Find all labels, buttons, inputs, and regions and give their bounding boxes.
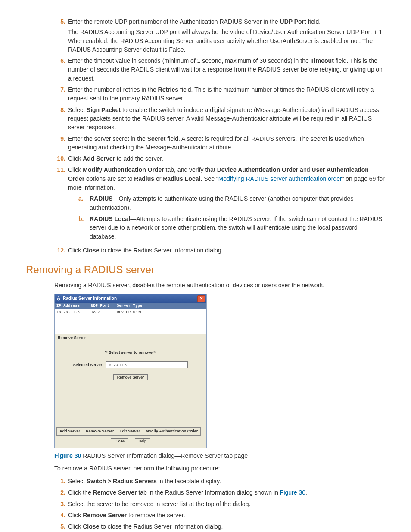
- menu-path: Switch > Radius Servers: [87, 478, 157, 485]
- step2-2: 2. Click the Remove Server tab in the Ra…: [54, 488, 385, 497]
- selected-server-field[interactable]: 10.20.11.8: [106, 361, 188, 368]
- procedure-list-1: 5. Enter the remote UDP port number of t…: [54, 17, 385, 255]
- step-number: 5.: [54, 17, 68, 54]
- text: Click: [68, 166, 83, 173]
- inner-tabstrip: Remove Server: [55, 334, 206, 342]
- close-button[interactable]: Close: [111, 438, 128, 444]
- figure-label: Figure 30: [54, 452, 81, 459]
- udp-port-label: UDP Port: [280, 18, 306, 25]
- retries-label: Retries: [158, 86, 178, 93]
- cell-port: 1812: [91, 310, 117, 315]
- text: elp: [141, 439, 146, 443]
- step-10: 10. Click Add Server to add the server.: [54, 154, 385, 163]
- substep-a: a. RADIUS—Only attempts to authenticate …: [78, 194, 385, 212]
- step-number: 9.: [54, 134, 68, 152]
- java-icon: [56, 296, 61, 301]
- tab-edit-server[interactable]: Edit Server: [117, 427, 143, 436]
- step-body: Enter the timeout value in seconds (mini…: [68, 56, 385, 83]
- step-body: Click Add Server to add the server.: [68, 154, 385, 163]
- step2-4: 4. Click Remove Server to remove the ser…: [54, 511, 385, 520]
- step-body: Click Modify Authentication Order tab, a…: [68, 165, 385, 243]
- tab-modify-auth-order[interactable]: Modify Authentication Order: [143, 427, 201, 436]
- text: Click: [68, 247, 83, 254]
- dialog-titlebar: Radius Server Information ✕: [55, 294, 206, 303]
- step-7: 7. Enter the number of retries in the Re…: [54, 85, 385, 103]
- step-8: 8. Select Sign Packet to enable the swit…: [54, 106, 385, 132]
- server-table-row[interactable]: 10.20.11.8 1812 Device User: [55, 309, 206, 316]
- step-11: 11. Click Modify Authentication Order ta…: [54, 165, 385, 243]
- sign-packet-label: Sign Packet: [87, 106, 121, 113]
- step-body: Select the server to be removed in serve…: [68, 500, 385, 508]
- step-6: 6. Enter the timeout value in seconds (m…: [54, 56, 385, 83]
- step-12: 12. Click Close to close the Radius Serv…: [54, 246, 385, 255]
- text: in the faceplate display.: [157, 478, 221, 485]
- text: to close the Radius Server Information d…: [99, 247, 223, 254]
- step-number: 3.: [54, 500, 68, 508]
- substep-body: RADIUS Local—Attempts to authenticate us…: [90, 215, 385, 241]
- text: Click: [68, 523, 83, 530]
- radius-server-dialog: Radius Server Information ✕ IP Address U…: [54, 294, 207, 448]
- figure-link[interactable]: Figure 30: [280, 489, 305, 496]
- text: —Only attempts to authenticate using the…: [90, 195, 353, 211]
- step-body: Select Switch > Radius Servers in the fa…: [68, 477, 385, 485]
- text: Select: [68, 478, 87, 485]
- step-body: Select Sign Packet to enable the switch …: [68, 106, 385, 132]
- step-number: 5.: [54, 522, 68, 531]
- text: Click the: [68, 489, 93, 496]
- text: to add the server.: [115, 155, 163, 162]
- remove-server-label: Remove Server: [93, 489, 137, 496]
- step2-5: 5. Click Close to close the Radius Serve…: [54, 522, 385, 531]
- step2-3: 3. Select the server to be removed in se…: [54, 500, 385, 508]
- text: and: [298, 166, 311, 173]
- step-number: 11.: [54, 165, 68, 243]
- remove-server-panel: ** Select server to remove ** Selected S…: [55, 342, 206, 427]
- text: Select: [68, 106, 87, 113]
- substep-b: b. RADIUS Local—Attempts to authenticate…: [78, 215, 385, 241]
- caption-text: RADIUS Server Information dialog—Remove …: [81, 452, 248, 459]
- radius-label: Radius: [134, 175, 154, 182]
- remove-server-button[interactable]: Remove Server: [113, 374, 148, 380]
- step-5: 5. Enter the remote UDP port number of t…: [54, 17, 385, 54]
- text: Enter the remote UDP port number of the …: [68, 18, 280, 25]
- radius-local-term: RADIUS Local: [90, 215, 130, 222]
- server-table-header: IP Address UDP Port Server Type: [55, 303, 206, 309]
- selected-server-row: Selected Server: 10.20.11.8: [57, 361, 204, 368]
- text: Enter the number of retries in the: [68, 86, 158, 93]
- step-body: Click Remove Server to remove the server…: [68, 511, 385, 520]
- text: .: [305, 489, 307, 496]
- text: . See: [200, 175, 216, 182]
- modify-auth-tab-label: Modify Authentication Order: [83, 166, 164, 173]
- step-number: 12.: [54, 246, 68, 255]
- device-auth-order-label: Device Authentication Order: [217, 166, 299, 173]
- help-button[interactable]: Help: [135, 438, 151, 444]
- text: to close the Radius Server Information d…: [99, 523, 223, 530]
- step-body: Click Close to close the Radius Server I…: [68, 246, 385, 255]
- text: Enter the timeout value in seconds (mini…: [68, 57, 311, 64]
- bottom-tabstrip: Add Server Remove Server Edit Server Mod…: [55, 427, 206, 436]
- text: tab in the Radius Server Information dia…: [137, 489, 280, 496]
- step-number: 6.: [54, 56, 68, 83]
- tab-remove-server-bottom[interactable]: Remove Server: [83, 427, 117, 436]
- cross-reference-link[interactable]: Modifying RADIUS server authentication o…: [218, 175, 342, 182]
- secret-label: Secret: [147, 135, 166, 142]
- text: Click: [68, 512, 83, 519]
- step-body: Enter the number of retries in the Retri…: [68, 85, 385, 103]
- tab-remove-server[interactable]: Remove Server: [55, 334, 89, 342]
- text: field.: [306, 18, 321, 25]
- step-number: 2.: [54, 488, 68, 497]
- step-body: Click Close to close the Radius Server I…: [68, 522, 385, 531]
- col-server-type: Server Type: [117, 303, 205, 309]
- step-9: 9. Enter the server secret in the Secret…: [54, 134, 385, 152]
- step-number: 10.: [54, 154, 68, 163]
- tab-add-server[interactable]: Add Server: [56, 427, 83, 436]
- text: lose: [117, 439, 125, 443]
- step2-1: 1. Select Switch > Radius Servers in the…: [54, 477, 385, 485]
- section-heading: Removing a RADIUS server: [26, 262, 385, 277]
- text: Click: [68, 155, 83, 162]
- step-body: Enter the remote UDP port number of the …: [68, 17, 385, 54]
- radius-local-label: Radius Local: [163, 175, 200, 182]
- step-number: 8.: [54, 106, 68, 132]
- select-prompt: ** Select server to remove **: [57, 350, 204, 355]
- step-5-detail: The RADIUS Accounting Server UDP port wi…: [68, 28, 385, 54]
- close-icon[interactable]: ✕: [197, 295, 205, 302]
